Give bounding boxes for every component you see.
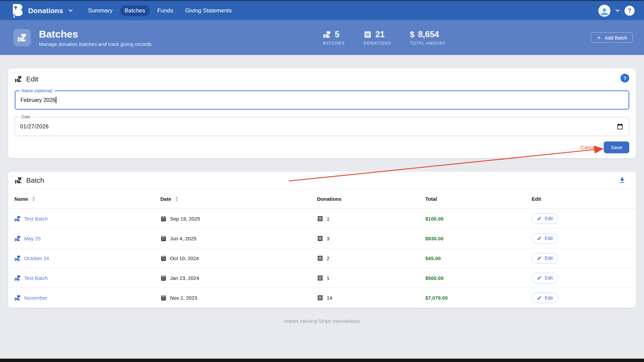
column-header-edit: Edit — [525, 196, 636, 202]
hand-heart-icon — [14, 255, 21, 261]
hand-heart-icon — [17, 33, 27, 42]
calendar-picker-icon[interactable] — [616, 123, 624, 130]
receipt-icon — [364, 31, 372, 39]
batch-donation-count: 1 — [327, 275, 329, 281]
app-logo-icon — [11, 3, 23, 18]
edit-row-button[interactable]: Edit — [532, 253, 558, 263]
batch-name-link[interactable]: October 24 — [24, 255, 49, 261]
page-icon-tile — [13, 29, 31, 46]
batch-donation-count: 3 — [327, 236, 329, 241]
table-row: Test Batch Jan 23, 2024 1 $500.00 — [8, 268, 636, 288]
column-header-total: Total — [419, 196, 525, 202]
batch-donation-count: 2 — [327, 255, 329, 261]
download-icon[interactable] — [619, 177, 626, 184]
batch-date: Oct 10, 2024 — [170, 255, 199, 261]
plus-icon — [596, 35, 602, 40]
column-header-date[interactable]: Date — [154, 196, 311, 202]
save-button[interactable]: Save — [604, 141, 629, 153]
nav-item-summary[interactable]: Summary — [84, 5, 117, 16]
receipt-icon — [317, 295, 323, 301]
calendar-icon — [160, 235, 167, 242]
edit-row-button[interactable]: Edit — [532, 273, 558, 283]
name-input-value: February 2026 — [20, 97, 55, 103]
name-input[interactable]: Name (optional) February 2026 — [15, 90, 629, 110]
date-input[interactable]: Date 01/27/2026 — [15, 117, 629, 136]
stat-label: DONATIONS — [364, 41, 391, 46]
batch-date: Nov 2, 2023 — [170, 295, 197, 301]
pencil-icon — [537, 216, 542, 221]
header-stats: 5 BATCHES 21 DONATIONS $ 8,654 TOTAL AMO… — [323, 29, 446, 46]
batch-date: Jun 4, 2025 — [170, 236, 196, 241]
page-title: Batches — [39, 28, 152, 40]
column-header-donations: Donations — [311, 196, 419, 202]
batch-date: Sep 19, 2025 — [170, 216, 200, 222]
table-row: November Nov 2, 2023 14 $7,079.00 — [8, 288, 636, 308]
hand-heart-icon — [14, 216, 21, 222]
batch-card-title: Batch — [26, 176, 44, 184]
main-nav: Summary Batches Funds Giving Statements — [84, 5, 236, 16]
calendar-icon — [160, 275, 167, 281]
sort-icon — [175, 197, 178, 201]
edit-batch-card: Edit ? Name (optional) February 2026 Dat… — [8, 68, 636, 158]
stat-donations: 21 DONATIONS — [364, 29, 391, 46]
stat-batches: 5 BATCHES — [323, 29, 345, 46]
table-body: Test Batch Sep 19, 2025 1 $100.00 — [8, 209, 636, 308]
batch-name-link[interactable]: Test Batch — [24, 275, 48, 281]
batch-total: $930.00 — [425, 236, 443, 241]
help-icon[interactable]: ? — [625, 6, 635, 16]
help-icon[interactable]: ? — [621, 74, 629, 82]
table-row: Test Batch Sep 19, 2025 1 $100.00 — [8, 209, 636, 229]
stat-label: TOTAL AMOUNT — [410, 41, 446, 46]
person-icon — [599, 7, 609, 17]
pencil-icon — [537, 276, 542, 280]
batch-total: $7,079.00 — [425, 295, 448, 301]
batch-total: $100.00 — [425, 216, 443, 222]
avatar[interactable] — [598, 5, 610, 17]
table-row: October 24 Oct 10, 2024 2 $45.00 — [8, 248, 636, 268]
main-content: Edit ? Name (optional) February 2026 Dat… — [0, 68, 644, 324]
receipt-icon — [317, 235, 323, 242]
navbar: Donations Summary Batches Funds Giving S… — [0, 1, 644, 20]
cancel-button[interactable]: Cancel — [579, 142, 598, 152]
name-input-label: Name (optional) — [19, 88, 55, 93]
edit-row-button[interactable]: Edit — [532, 293, 558, 303]
date-input-label: Date — [19, 114, 32, 119]
import-stripe-link[interactable]: Import missing Stripe transactions — [8, 318, 636, 324]
date-input-value: 01/27/2026 — [15, 124, 49, 130]
add-batch-button[interactable]: Add Batch — [591, 33, 633, 43]
edit-card-title: Edit — [26, 75, 38, 83]
nav-item-funds[interactable]: Funds — [153, 5, 177, 16]
receipt-icon — [317, 275, 323, 281]
receipt-icon — [317, 255, 323, 261]
app-menu[interactable]: Donations — [11, 3, 73, 18]
batch-list-card: Batch Name Date Donations Total Edit — [8, 172, 636, 308]
column-header-name[interactable]: Name — [8, 196, 154, 202]
page-subtitle: Manage donation batches and track giving… — [39, 41, 152, 47]
nav-item-giving-statements[interactable]: Giving Statements — [181, 5, 236, 16]
receipt-icon — [317, 216, 323, 222]
edit-row-button[interactable]: Edit — [532, 233, 558, 244]
batch-name-link[interactable]: Test Batch — [24, 216, 48, 222]
edit-row-button[interactable]: Edit — [532, 214, 558, 224]
calendar-icon — [160, 295, 167, 301]
sort-icon — [32, 197, 35, 201]
stat-value: 5 — [335, 29, 339, 39]
nav-item-batches[interactable]: Batches — [120, 5, 149, 16]
hand-heart-icon — [14, 235, 21, 242]
table-header: Name Date Donations Total Edit — [8, 189, 636, 209]
hand-heart-icon — [323, 31, 331, 39]
dollar-icon: $ — [410, 30, 414, 39]
pencil-icon — [537, 296, 542, 300]
stat-value: 21 — [375, 29, 385, 39]
account-chevron-down-icon[interactable] — [615, 9, 620, 12]
page-header: Batches Manage donation batches and trac… — [0, 20, 644, 55]
batch-donation-count: 14 — [327, 295, 332, 301]
window-bottom-bar — [0, 359, 644, 362]
pencil-icon — [537, 236, 542, 241]
batch-donation-count: 1 — [327, 216, 329, 222]
batch-name-link[interactable]: November — [24, 295, 47, 301]
stat-label: BATCHES — [323, 41, 345, 46]
batch-name-link[interactable]: May 25 — [24, 236, 41, 241]
calendar-icon — [160, 255, 167, 261]
navbar-right: ? — [598, 5, 635, 17]
